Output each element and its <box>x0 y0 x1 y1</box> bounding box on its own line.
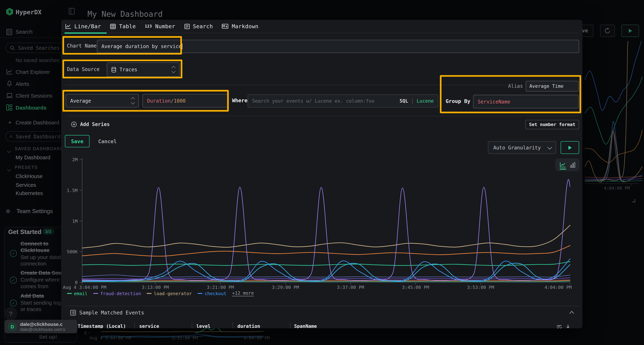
number-123-icon: 123 <box>145 24 152 28</box>
where-label: Where <box>232 97 248 103</box>
section-divider <box>66 116 579 116</box>
legend-dash-icon <box>67 293 72 294</box>
legend-item-email[interactable]: email <box>67 291 88 296</box>
filter-rows-button[interactable] <box>556 325 562 328</box>
section-divider <box>66 306 579 306</box>
text-cursor <box>182 43 182 49</box>
hyperdx-app: HyperDX My New Dashboard Save Search Sav… <box>0 0 644 345</box>
svg-text:Aug 4 3:04:00 PM: Aug 4 3:04:00 PM <box>63 285 106 290</box>
svg-text:2M: 2M <box>72 157 78 162</box>
cancel-button[interactable]: Cancel <box>98 135 117 147</box>
download-button[interactable] <box>566 324 570 328</box>
where-search-input[interactable]: Search your events w/ Lucene ex. column:… <box>248 94 438 107</box>
line-chart-icon <box>65 23 71 29</box>
legend-dash-icon <box>198 293 203 294</box>
active-tab-underline <box>64 32 106 34</box>
where-placeholder: Search your events w/ Lucene ex. column:… <box>252 98 374 104</box>
save-button[interactable]: Save <box>65 135 90 147</box>
chevron-down-icon <box>548 145 552 149</box>
column-header-level[interactable]: level <box>196 323 210 328</box>
tab-search[interactable]: Search <box>184 23 213 29</box>
user-email: dale@clickhouse.c <box>20 322 65 327</box>
svg-text:3:45:00 PM: 3:45:00 PM <box>402 285 429 290</box>
list-icon <box>70 310 76 316</box>
tabs-divider <box>107 33 578 33</box>
avatar: D <box>8 322 17 331</box>
legend-dash-icon <box>93 293 98 294</box>
granularity-select[interactable]: Auto Granularity <box>488 141 556 154</box>
tab-markdown[interactable]: Markdown <box>222 23 258 29</box>
add-series-button[interactable]: Add Series <box>71 122 110 127</box>
legend-dash-icon <box>147 293 152 294</box>
main-chart[interactable]: 0500K1M1.5M2MAug 4 3:04:00 PM3:13:00 PM3… <box>61 154 582 314</box>
play-icon <box>568 145 571 150</box>
column-header-duration[interactable]: duration <box>238 323 260 328</box>
legend-item-load-generator[interactable]: load-generator <box>147 291 192 296</box>
tab-number[interactable]: 123 Number <box>145 23 175 29</box>
svg-text:3:53:00 PM: 3:53:00 PM <box>467 285 494 290</box>
column-header-service[interactable]: service <box>139 323 159 328</box>
column-header-timestamp[interactable]: Timestamp (Local) <box>78 323 126 328</box>
svg-text:3:29:00 PM: 3:29:00 PM <box>272 285 299 290</box>
svg-text:1M: 1M <box>72 219 78 224</box>
column-separator <box>232 323 233 328</box>
user-menu[interactable]: D dale@clickhouse.c dale@clickhouse.com'… <box>4 320 77 333</box>
column-separator <box>192 323 192 328</box>
sample-events-title: Sample Matched Events <box>79 310 144 316</box>
tab-table[interactable]: Table <box>110 23 136 29</box>
document-list-icon <box>184 23 190 29</box>
filter-icon <box>556 325 562 328</box>
legend-item-fraud-detection[interactable]: fraud-detection <box>93 291 141 296</box>
set-number-format-button[interactable]: Set number format <box>525 120 579 129</box>
column-header-spanname[interactable]: SpanName <box>294 323 317 328</box>
markdown-icon <box>222 24 228 29</box>
legend-more-link[interactable]: +12 more <box>232 291 254 296</box>
highlight-aggregation <box>62 90 229 112</box>
column-separator <box>290 323 290 328</box>
run-query-button[interactable] <box>561 141 579 154</box>
tab-line-bar[interactable]: Line/Bar <box>65 23 101 29</box>
svg-text:3:21:00 PM: 3:21:00 PM <box>207 285 234 290</box>
chart-legend: emailfraud-detectionload-generatorchecko… <box>67 291 254 296</box>
svg-text:0: 0 <box>75 280 78 285</box>
table-icon <box>110 23 116 29</box>
svg-text:4:04:00 PM: 4:04:00 PM <box>544 285 572 290</box>
svg-text:1.5M: 1.5M <box>67 188 78 193</box>
chevron-up-icon <box>569 311 574 314</box>
highlight-group-by <box>440 75 581 113</box>
highlight-chart-name <box>62 36 182 54</box>
download-icon <box>566 324 570 328</box>
highlight-data-source <box>62 59 182 78</box>
sql-toggle[interactable]: SQL <box>400 98 408 104</box>
svg-text:500K: 500K <box>67 249 78 254</box>
legend-item-checkout[interactable]: checkout <box>198 291 226 296</box>
plus-circle-icon <box>71 122 77 127</box>
svg-text:3:37:00 PM: 3:37:00 PM <box>337 285 364 290</box>
collapse-section-button[interactable] <box>569 311 574 314</box>
svg-text:3:13:00 PM: 3:13:00 PM <box>142 285 169 290</box>
lucene-toggle[interactable]: Lucene <box>417 98 434 104</box>
column-separator <box>134 323 135 328</box>
user-org: dale@clickhouse.com's <box>20 327 65 332</box>
